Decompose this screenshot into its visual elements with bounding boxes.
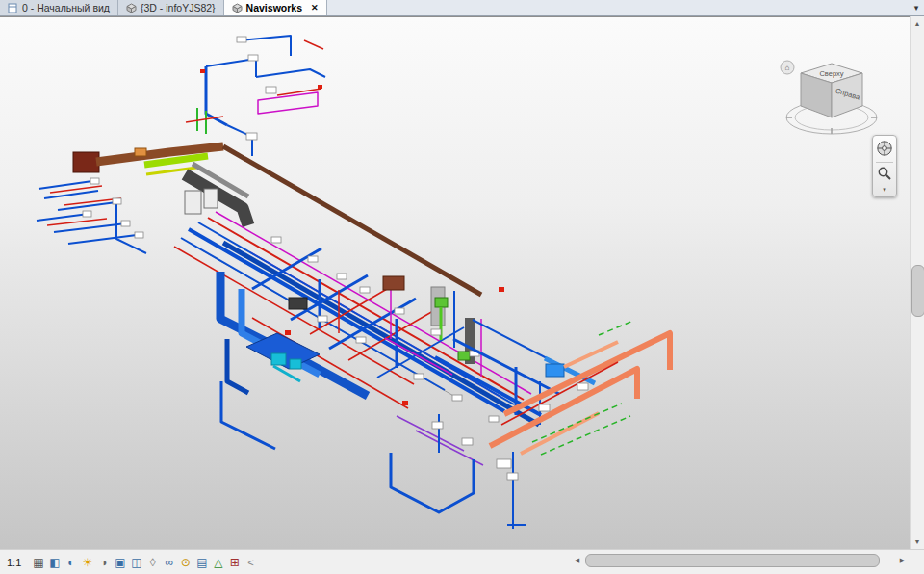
home-view-icon [8, 3, 18, 13]
visual-style-icon[interactable]: ◐ [63, 554, 79, 571]
scroll-up-icon[interactable]: ▲ [911, 16, 924, 31]
3d-view-icon [126, 3, 137, 13]
tab-3d-view[interactable]: {3D - infoYJS82} [118, 0, 224, 15]
collapse-control-bar-icon[interactable]: < [247, 557, 253, 568]
horizontal-scrollbar-track[interactable] [584, 553, 895, 568]
zoom-icon[interactable] [877, 166, 892, 183]
scroll-down-icon[interactable]: ▼ [911, 535, 924, 549]
shadows-icon[interactable]: ◑ [95, 554, 112, 571]
tab-label: {3D - infoYJS82} [141, 2, 216, 13]
tab-label: Navisworks [246, 2, 302, 13]
tab-navisworks[interactable]: Navisworks ✕ [224, 0, 327, 15]
unlocked-view-icon[interactable]: ◊ [144, 554, 161, 571]
navigation-wheel-icon[interactable] [876, 140, 893, 159]
viewcube-top-label[interactable]: Сверху [819, 69, 843, 78]
scroll-left-icon[interactable]: ◀ [570, 553, 584, 568]
sun-path-icon[interactable]: ☀ [79, 554, 95, 571]
temporary-view-properties-icon[interactable]: ▤ [193, 554, 210, 571]
model-top-piping [186, 36, 325, 156]
mep-model [0, 16, 910, 549]
scale-button[interactable]: 1:1 [7, 557, 21, 568]
navigation-bar: ▾ [872, 135, 897, 197]
home-icon: ⌂ [785, 64, 790, 72]
navbar-dropdown-icon[interactable]: ▾ [883, 186, 886, 193]
horizontal-scrollbar-thumb[interactable] [585, 554, 880, 567]
horizontal-scrollbar[interactable]: ◀ ▶ [570, 553, 910, 568]
viewcube[interactable]: Сверху Справа ⌂ [779, 46, 885, 146]
crop-view-icon[interactable]: ▣ [112, 554, 128, 571]
3d-view-icon [232, 3, 243, 13]
model-left-piping [37, 178, 146, 253]
tab-start-view[interactable]: 0 - Начальный вид [0, 0, 118, 15]
scroll-right-icon[interactable]: ▶ [895, 553, 910, 568]
revit-window: 0 - Начальный вид {3D - infoYJS82} Navis… [0, 0, 924, 574]
close-tab-icon[interactable]: ✕ [311, 4, 319, 13]
worksets-icon[interactable]: ▦ [30, 554, 46, 571]
vertical-scrollbar[interactable]: ▲ ▼ [910, 16, 924, 549]
tab-bar-filler [327, 0, 909, 15]
detail-level-icon[interactable]: ◧ [46, 554, 63, 571]
reveal-hidden-elements-icon[interactable]: ⊙ [177, 554, 193, 571]
constraints-icon[interactable]: ⊞ [226, 554, 243, 571]
3d-viewport-canvas[interactable]: Сверху Справа ⌂ ▾ [0, 16, 910, 549]
show-crop-region-icon[interactable]: ◫ [128, 554, 144, 571]
tab-overflow-button[interactable]: ▾ [909, 0, 924, 15]
vertical-scrollbar-thumb[interactable] [911, 265, 924, 317]
analytical-model-icon[interactable]: △ [210, 554, 226, 571]
view-tab-bar: 0 - Начальный вид {3D - infoYJS82} Navis… [0, 0, 924, 16]
navbar-divider [876, 162, 893, 163]
temporary-hide-isolate-icon[interactable]: ∞ [161, 554, 177, 571]
tab-label: 0 - Начальный вид [22, 2, 110, 13]
